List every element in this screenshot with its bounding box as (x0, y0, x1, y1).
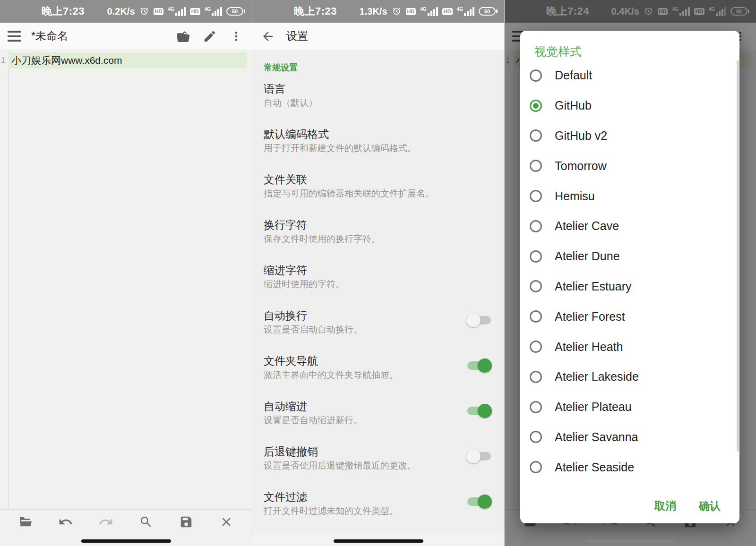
setting-title: 后退键撤销 (264, 444, 462, 459)
radio-icon (530, 190, 542, 202)
setting-title: 自动缩进 (264, 399, 462, 413)
toggle-switch[interactable] (466, 404, 492, 418)
setting-title: 缩进字符 (264, 263, 462, 277)
visual-style-dialog: 视觉样式 Default GitHub GitHub v2 (520, 31, 739, 523)
style-option[interactable]: Atelier Forest (520, 301, 736, 332)
settings-row[interactable]: 文件夹导航 激活主界面中的文件夹导航抽屉。 (252, 348, 504, 393)
visual-style-dialog-screen: 晚上7:24 0.4K/s HD 4G HD 4G 50 1 小刀娱乐网www.… (504, 0, 756, 546)
settings-row[interactable]: 文件过滤 打开文件时过滤未知的文件类型。 (252, 484, 504, 529)
close-icon[interactable] (218, 514, 234, 530)
setting-subtitle: 设置是否自动缩进新行。 (264, 414, 462, 427)
open-folder-icon[interactable] (17, 514, 34, 530)
settings-row[interactable]: 自动换行 设置是否启动自动换行。 (252, 303, 504, 348)
setting-title: 文件过滤 (264, 490, 462, 504)
settings-row[interactable]: 默认编码格式 用于打开和新建文件的默认编码格式。 (252, 121, 504, 167)
radio-icon (530, 310, 542, 323)
home-indicator[interactable] (81, 539, 171, 543)
settings-row[interactable]: 自动缩进 设置是否自动缩进新行。 (252, 393, 504, 439)
style-option-label: Atelier Heath (555, 340, 623, 354)
more-options-icon[interactable] (228, 28, 244, 44)
style-option[interactable]: GitHub (520, 91, 736, 121)
text-editor-area[interactable]: 1 小刀娱乐网www.x6d.com (0, 51, 252, 509)
toggle-switch[interactable] (466, 313, 492, 327)
setting-title: 自动换行 (264, 308, 462, 323)
style-option-label: Atelier Seaside (555, 461, 634, 474)
status-bar: 晚上7:23 1.3K/s HD 4G HD 4G 50 (252, 0, 504, 23)
settings-row[interactable]: 后退键撤销 设置是否使用后退键撤销最近的更改。 (252, 439, 504, 484)
setting-title: 文件夹导航 (264, 354, 462, 368)
style-option[interactable]: Atelier Heath (520, 332, 736, 362)
style-option-label: Atelier Forest (555, 310, 625, 324)
radio-icon (530, 129, 542, 142)
style-option[interactable]: Atelier Cave (520, 211, 736, 241)
style-option-label: Atelier Lakeside (555, 370, 639, 384)
toggle-switch[interactable] (466, 358, 492, 373)
style-option[interactable]: Atelier Dune (520, 241, 736, 272)
settings-row[interactable]: 缩进字符 缩进时使用的字符。 (252, 257, 504, 303)
editor-toolbar (0, 509, 252, 534)
alarm-icon (392, 7, 402, 17)
style-option[interactable]: Atelier Plateau (520, 392, 736, 422)
signal-icon: 4G (457, 7, 474, 16)
status-icons: 1.3K/s HD 4G HD 4G 50 (360, 6, 498, 17)
style-option[interactable]: Atelier Estuary (520, 272, 736, 302)
undo-icon[interactable] (58, 514, 74, 530)
dialog-buttons: 取消 确认 (654, 495, 721, 517)
line-text[interactable]: 小刀娱乐网www.x6d.com (9, 52, 247, 68)
style-option-label: GitHub (555, 99, 592, 112)
toggle-switch[interactable] (466, 495, 492, 509)
style-option-label: Tomorrow (555, 159, 607, 173)
setting-title: 语言 (264, 82, 462, 96)
page-title: 设置 (286, 29, 497, 43)
line-number: 1 (0, 56, 9, 65)
cancel-button[interactable]: 取消 (654, 499, 676, 513)
toggle-switch[interactable] (466, 449, 492, 463)
style-option[interactable]: Atelier Seaside (520, 452, 736, 481)
radio-icon (530, 220, 542, 232)
signal-icon: 4G (205, 7, 222, 16)
dialog-title: 视觉样式 (520, 31, 739, 60)
style-option[interactable]: Atelier Savanna (520, 422, 736, 452)
style-option-label: Atelier Estuary (555, 280, 632, 293)
open-file-icon[interactable] (175, 28, 191, 44)
style-option[interactable]: Default (520, 60, 736, 91)
radio-icon (530, 250, 542, 263)
style-option-label: Atelier Plateau (555, 400, 632, 414)
setting-subtitle: 打开文件时过滤未知的文件类型。 (264, 505, 462, 517)
editor-screen: 晚上7:23 0.2K/s HD 4G HD 4G 50 *未命名 1 小刀娱乐… (0, 0, 252, 546)
confirm-button[interactable]: 确认 (699, 499, 721, 513)
search-icon[interactable] (138, 514, 154, 530)
hd-icon: HD (154, 8, 164, 15)
radio-icon (530, 100, 542, 112)
settings-row[interactable]: 文件关联 指定与可用的编辑器相关联的文件扩展名。 (252, 167, 504, 212)
status-time: 晚上7:23 (294, 4, 337, 18)
style-option[interactable]: Atelier Lakeside (520, 362, 736, 392)
settings-row[interactable]: 换行字符 保存文件时使用的换行字符。 (252, 212, 504, 257)
code-line[interactable]: 1 小刀娱乐网www.x6d.com (0, 52, 252, 68)
style-option[interactable]: Hemisu (520, 181, 736, 211)
status-icons: 0.2K/s HD 4G HD 4G 50 (107, 6, 245, 17)
hd-icon: HD (190, 8, 200, 15)
style-option[interactable]: GitHub v2 (520, 121, 736, 151)
save-icon[interactable] (178, 514, 194, 530)
setting-subtitle: 用于打开和新建文件的默认编码格式。 (264, 142, 462, 154)
radio-icon (530, 401, 542, 413)
radio-icon (530, 341, 542, 353)
style-option-label: Atelier Cave (555, 219, 619, 233)
section-header: 常规设置 (252, 51, 504, 76)
style-option[interactable]: Tomorrow (520, 151, 736, 181)
setting-subtitle: 设置是否启动自动换行。 (264, 324, 462, 336)
network-speed: 0.2K/s (107, 6, 135, 17)
home-indicator[interactable] (334, 539, 423, 543)
radio-icon (530, 160, 542, 172)
radio-icon (530, 280, 542, 292)
redo-icon[interactable] (98, 514, 114, 530)
settings-row[interactable]: 语言 自动（默认） (252, 76, 504, 121)
back-arrow-icon[interactable] (260, 28, 276, 44)
dialog-scrollbar[interactable] (737, 60, 739, 452)
edit-icon[interactable] (202, 28, 218, 44)
settings-list: 常规设置 语言 自动（默认） 默认编码格式 用于打开和新建文件的默认编码格式。 (252, 51, 504, 546)
menu-icon[interactable] (8, 31, 21, 42)
style-option-label: Hemisu (555, 189, 595, 203)
setting-subtitle: 自动（默认） (264, 97, 462, 109)
